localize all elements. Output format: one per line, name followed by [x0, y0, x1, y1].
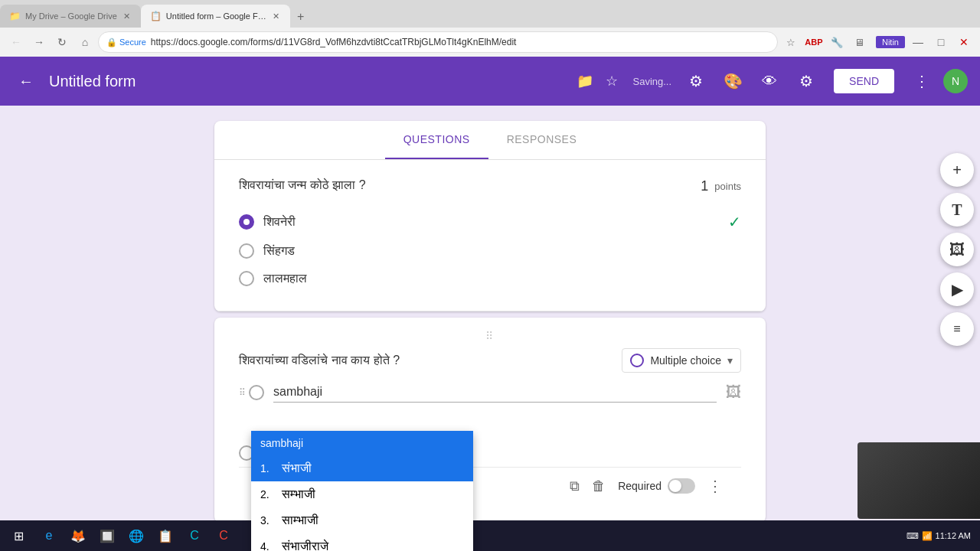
- user-avatar[interactable]: N: [943, 69, 968, 93]
- item-num-1: 1.: [260, 462, 276, 474]
- tab-favicon-forms: 📋: [150, 11, 162, 21]
- form-container: QUESTIONS RESPONSES शिवरायांचा जन्म कोठे…: [214, 106, 766, 538]
- answer-input-row: ⠿ 🖼: [239, 382, 741, 403]
- taskbar-ie[interactable]: e: [35, 522, 63, 549]
- required-toggle[interactable]: [668, 478, 695, 494]
- restore-button[interactable]: □: [931, 32, 951, 52]
- add-section-button[interactable]: ≡: [940, 312, 974, 346]
- folder-button[interactable]: 📁: [577, 73, 593, 90]
- drag-dots: ⠿: [239, 387, 246, 398]
- item-text-4: संभाजीराजे: [282, 540, 328, 551]
- tab-close-forms[interactable]: ✕: [271, 10, 281, 23]
- add-question-button[interactable]: +: [940, 153, 974, 187]
- back-button[interactable]: ←: [12, 67, 40, 95]
- radio-option-1[interactable]: [239, 214, 254, 230]
- text-icon: T: [952, 201, 962, 219]
- signal-icon[interactable]: 📶: [922, 531, 933, 541]
- taskbar-item3[interactable]: 🔲: [93, 522, 121, 549]
- taskbar-item7[interactable]: C: [210, 522, 237, 549]
- option-text-2: सिंहगड: [263, 244, 295, 258]
- add-image-button[interactable]: 🖼: [940, 233, 974, 266]
- reload-button[interactable]: ↻: [52, 32, 72, 52]
- taskbar-item5[interactable]: 📋: [152, 522, 179, 549]
- option-row-2: सिंहगड: [239, 237, 741, 265]
- answer-radio[interactable]: [249, 385, 264, 400]
- browser-toolbar-icons: ☆ ABP 🔧 🖥: [781, 32, 870, 52]
- radio-option-2[interactable]: [239, 243, 254, 259]
- header-actions: ⚙ 🎨 👁 ⚙ SEND ⋮ N: [681, 66, 968, 96]
- points-area: 1 points: [701, 178, 741, 194]
- add-title-button[interactable]: T: [940, 193, 974, 227]
- answer-text-input[interactable]: [273, 382, 717, 403]
- system-tray: ⌨ 📶 11:12 AM: [900, 531, 977, 541]
- more-options-button[interactable]: ⋮: [707, 477, 723, 495]
- taskbar-chrome[interactable]: 🌐: [122, 522, 150, 549]
- bookmark-icon[interactable]: ☆: [781, 32, 801, 52]
- gear-customize-button[interactable]: ⚙: [681, 66, 711, 96]
- user-badge: Nitin: [876, 36, 905, 48]
- new-tab-button[interactable]: +: [290, 6, 312, 28]
- close-button[interactable]: ✕: [954, 32, 974, 52]
- delete-button[interactable]: 🗑: [592, 478, 606, 494]
- tab-questions[interactable]: QUESTIONS: [385, 121, 488, 159]
- secure-badge: 🔒 Secure: [106, 37, 146, 47]
- item-num-4: 4.: [260, 540, 276, 551]
- tab-close-drive[interactable]: ✕: [122, 10, 132, 23]
- start-button[interactable]: ⊞: [3, 522, 34, 549]
- address-url[interactable]: https://docs.google.com/forms/d/11VG8rd_…: [151, 37, 769, 47]
- webcam-preview: [858, 442, 980, 519]
- main-content: QUESTIONS RESPONSES शिवरायांचा जन्म कोठे…: [0, 106, 980, 551]
- autocomplete-item-2[interactable]: 2. सम्भाजी: [251, 481, 473, 507]
- palette-button[interactable]: 🎨: [717, 66, 748, 96]
- type-label: Multiple choice: [650, 354, 721, 367]
- right-sidebar: + T 🖼 ▶ ≡: [940, 153, 974, 346]
- image-upload-icon[interactable]: 🖼: [726, 383, 741, 401]
- webcam-video: [858, 442, 980, 519]
- add-video-button[interactable]: ▶: [940, 272, 974, 306]
- radio-option-3[interactable]: [239, 271, 254, 286]
- home-button[interactable]: ⌂: [75, 32, 95, 52]
- taskbar-item6[interactable]: C: [181, 522, 208, 549]
- chevron-down-icon: ▾: [727, 354, 733, 367]
- autocomplete-header: sambhaji: [251, 431, 473, 455]
- autocomplete-item-3[interactable]: 3. साम्भाजी: [251, 507, 473, 533]
- correct-check-icon: ✓: [728, 213, 741, 231]
- tab-forms[interactable]: 📋 Untitled form – Google F… ✕: [141, 5, 290, 28]
- tab-drive[interactable]: 📁 My Drive – Google Drive ✕: [0, 5, 141, 28]
- extension-icon[interactable]: 🔧: [827, 32, 847, 52]
- form-title[interactable]: Untitled form: [49, 73, 567, 90]
- screen-icon[interactable]: 🖥: [850, 32, 870, 52]
- back-nav-button[interactable]: ←: [6, 32, 26, 52]
- tab-bar: 📁 My Drive – Google Drive ✕ 📋 Untitled f…: [0, 0, 980, 28]
- option-text-1: शिवनेरी: [263, 215, 296, 229]
- minimize-button[interactable]: —: [908, 32, 928, 52]
- abp-icon[interactable]: ABP: [804, 32, 824, 52]
- option-row-1: शिवनेरी ✓: [239, 207, 741, 237]
- tab-responses[interactable]: RESPONSES: [488, 121, 596, 159]
- item-text-3: साम्भाजी: [282, 514, 318, 527]
- drag-handle[interactable]: ⠿: [239, 330, 741, 342]
- type-selector[interactable]: Multiple choice ▾: [622, 348, 741, 373]
- plus-icon: +: [952, 161, 962, 179]
- settings-button[interactable]: ⚙: [791, 66, 822, 96]
- app-header: ← Untitled form 📁 ☆ Saving... ⚙ 🎨 👁 ⚙ SE…: [0, 57, 980, 106]
- browser-chrome: 📁 My Drive – Google Drive ✕ 📋 Untitled f…: [0, 0, 980, 57]
- address-box[interactable]: 🔒 Secure https://docs.google.com/forms/d…: [98, 31, 778, 53]
- tab-favicon: 📁: [9, 11, 21, 21]
- more-header-button[interactable]: ⋮: [906, 66, 937, 96]
- points-value[interactable]: 1: [701, 178, 708, 194]
- autocomplete-item-4[interactable]: 4. संभाजीराजे: [251, 533, 473, 551]
- question-2-row: शिवरायांच्या वडिलांचे नाव काय होते ? Mul…: [239, 348, 741, 373]
- forward-nav-button[interactable]: →: [29, 32, 49, 52]
- question-2-text: शिवरायांच्या वडिलांचे नाव काय होते ?: [239, 354, 400, 367]
- send-button[interactable]: SEND: [834, 69, 894, 93]
- autocomplete-item-1[interactable]: 1. संभाजी: [251, 455, 473, 481]
- item-text-2: सम्भाजी: [282, 487, 315, 501]
- tab-title-drive: My Drive – Google Drive: [25, 11, 117, 21]
- keyboard-icon[interactable]: ⌨: [906, 531, 919, 541]
- video-icon: ▶: [952, 280, 963, 298]
- taskbar-firefox[interactable]: 🦊: [64, 522, 92, 549]
- preview-button[interactable]: 👁: [754, 66, 785, 96]
- star-button[interactable]: ☆: [606, 73, 618, 90]
- duplicate-button[interactable]: ⧉: [570, 478, 580, 494]
